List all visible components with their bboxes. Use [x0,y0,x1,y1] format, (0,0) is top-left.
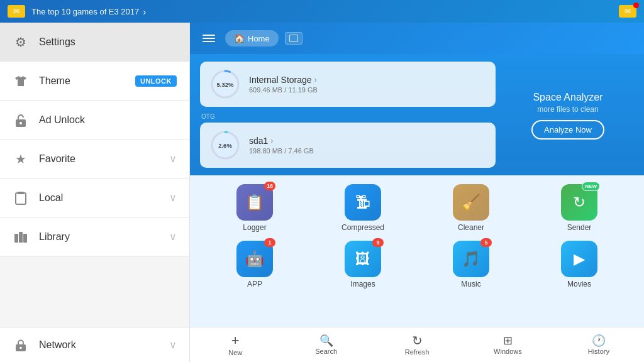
local-icon [13,190,29,206]
toolbar-refresh[interactable]: ↻ Refresh [372,327,462,362]
sda1-details: 198.80 MB / 7.46 GB [249,147,314,155]
sidebar-item-settings[interactable]: ⚙ Settings [0,23,189,62]
svg-rect-3 [18,192,24,194]
app-badge: 1 [264,238,275,247]
hamburger-button[interactable] [199,32,219,45]
internal-storage-arrow: › [314,75,317,84]
settings-icon: ⚙ [13,34,29,50]
favorite-icon: ★ [13,151,29,167]
svg-rect-4 [14,234,18,243]
space-analyzer-title: Space Analyzer [533,92,602,103]
internal-storage-details: 609.46 MB / 11.19 GB [249,86,318,94]
home-label: Home [248,34,270,43]
new-icon: + [231,334,240,348]
home-button[interactable]: 🏠 Home [225,30,279,47]
search-label: Search [315,348,337,355]
windows-icon: ⊞ [503,335,513,346]
notification-arrow: › [143,6,146,17]
favorite-chevron: ∨ [169,153,177,165]
bottom-toolbar: + New 🔍 Search ↻ Refresh ⊞ Windows 🕐 His… [190,327,644,362]
sender-label: Sender [567,223,592,232]
internal-storage-label: Internal Storage [249,75,312,85]
movies-label: Movies [567,280,591,288]
search-icon: 🔍 [319,335,333,346]
toolbar-windows[interactable]: ⊞ Windows [462,327,553,362]
app-item-compressed[interactable]: 🗜 Compressed [311,182,415,234]
tab-button[interactable] [285,32,303,45]
windows-label: Windows [494,348,522,355]
app-item-app[interactable]: 🤖 1 APP [203,238,307,291]
history-icon: 🕐 [592,335,606,346]
sidebar: ⚙ Settings Theme UNLOCK Ad [0,23,190,362]
toolbar-history[interactable]: 🕐 History [553,327,644,362]
analyze-now-button[interactable]: Analyze Now [531,120,604,140]
library-label: Library [39,231,169,243]
theme-label: Theme [39,75,135,87]
email-notification-icon[interactable]: ✉ [8,5,25,18]
sidebar-item-library[interactable]: Library ∨ [0,217,189,256]
app-label: APP [247,280,262,288]
sidebar-item-favorite[interactable]: ★ Favorite ∨ [0,140,189,178]
top-right-email[interactable]: ✉ [619,5,636,18]
unlock-badge[interactable]: UNLOCK [135,75,177,87]
home-icon-small: 🏠 [234,33,245,43]
local-label: Local [39,192,169,204]
library-icon [13,229,29,245]
sidebar-item-network[interactable]: Network ∨ [0,327,189,362]
svg-rect-6 [23,234,27,243]
favorite-label: Favorite [39,153,169,165]
network-icon [13,337,29,353]
app-item-logger[interactable]: 📋 16 Logger [203,182,307,234]
adunlock-icon [13,112,29,128]
refresh-icon: ↻ [412,334,423,347]
sda1-label: sda1 [249,136,268,146]
internal-storage-percent: 5.32% [217,81,234,88]
new-label: New [228,349,242,356]
email-notification-dot [633,3,639,8]
app-item-movies[interactable]: ▶ Movies [527,238,631,291]
sda1-percent: 2.6% [218,142,232,149]
sda1-storage-card[interactable]: 2.6% sda1 › 198.80 MB / 7.46 GB [200,123,496,168]
apps-grid: 📋 16 Logger 🗜 Compressed 🧹 [203,182,631,291]
sidebar-item-local[interactable]: Local ∨ [0,178,189,217]
app-item-music[interactable]: 🎵 5 Music [419,238,523,291]
adunlock-label: Ad Unlock [39,114,177,126]
compressed-label: Compressed [341,223,384,232]
theme-icon [13,73,29,89]
refresh-label: Refresh [405,348,430,356]
logger-badge: 16 [264,182,275,190]
storage-section: 5.32% Internal Storage › 609.46 MB / 11.… [190,54,644,175]
sender-badge: NEW [582,182,600,191]
toolbar-search[interactable]: 🔍 Search [280,327,371,362]
network-label: Network [39,339,169,351]
top-notification-bar: ✉ The top 10 games of E3 2017 › ✉ [0,0,644,23]
images-badge: 9 [372,238,384,247]
content-header: 🏠 Home [190,23,644,54]
music-badge: 5 [480,238,492,247]
content-area: 🏠 Home 5.32% [190,23,644,362]
sidebar-item-theme[interactable]: Theme UNLOCK [0,62,189,101]
toolbar-new[interactable]: + New [190,327,280,362]
local-chevron: ∨ [169,192,177,204]
logger-label: Logger [243,223,266,232]
space-analyzer-panel: Space Analyzer more files to clean Analy… [502,62,634,175]
internal-storage-card[interactable]: 5.32% Internal Storage › 609.46 MB / 11.… [200,62,496,107]
svg-rect-5 [19,232,23,243]
apps-grid-section: 📋 16 Logger 🗜 Compressed 🧹 [190,175,644,327]
settings-label: Settings [39,36,75,48]
images-label: Images [350,280,375,288]
music-label: Music [461,280,480,288]
svg-point-8 [19,346,22,349]
notification-text: The top 10 games of E3 2017 [31,7,139,16]
app-item-images[interactable]: 🖼 9 Images [311,238,415,291]
otg-label: OTG [200,113,496,120]
sda1-arrow: › [270,136,273,145]
cleaner-label: Cleaner [458,223,484,232]
app-item-sender[interactable]: ↻ NEW Sender [527,182,631,234]
right-email-icon: ✉ [625,7,631,16]
network-chevron: ∨ [169,339,177,351]
svg-rect-2 [16,193,26,204]
sidebar-item-adunlock[interactable]: Ad Unlock [0,101,189,140]
svg-point-1 [19,122,22,124]
app-item-cleaner[interactable]: 🧹 Cleaner [419,182,523,234]
